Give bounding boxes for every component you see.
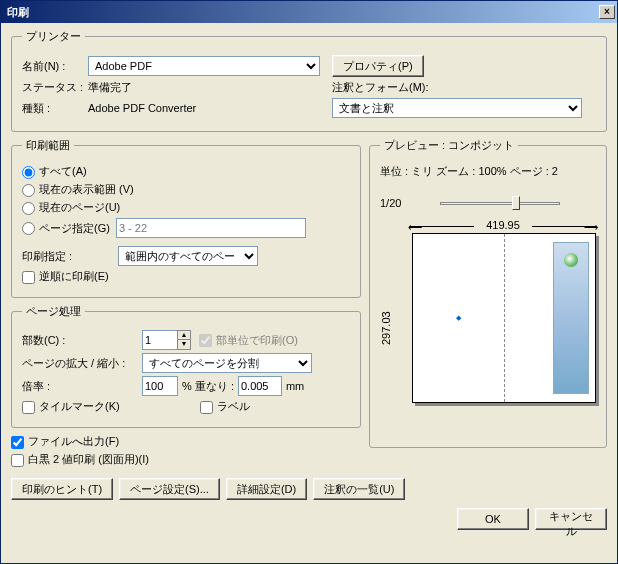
overlap-unit: mm — [286, 380, 304, 392]
ok-button[interactable]: OK — [457, 508, 529, 530]
close-icon[interactable]: × — [599, 5, 615, 19]
reverse-check[interactable]: 逆順に印刷(E) — [22, 269, 109, 284]
status-value: 準備完了 — [88, 80, 332, 95]
thumb-image — [553, 242, 589, 394]
subset-label: 印刷指定 : — [22, 249, 118, 264]
type-label: 種類 : — [22, 101, 88, 116]
title: 印刷 — [7, 5, 29, 20]
type-value: Adobe PDF Converter — [88, 102, 332, 114]
range-group: 印刷範囲 すべて(A) 現在の表示範囲 (V) 現在のページ(U) ページ指定(… — [11, 138, 361, 298]
properties-button[interactable]: プロパティ(P) — [332, 55, 424, 77]
spin-down-icon[interactable]: ▼ — [177, 340, 191, 350]
advanced-button[interactable]: 詳細設定(D) — [226, 478, 307, 500]
preview-group: プレビュー : コンポジット 単位 : ミリ ズーム : 100% ページ : … — [369, 138, 607, 448]
preview-legend: プレビュー : コンポジット — [380, 138, 518, 153]
preview-height: 297.03 — [380, 311, 392, 345]
comment-form-select[interactable]: 文書と注釈 — [332, 98, 582, 118]
cancel-button[interactable]: キャンセル — [535, 508, 607, 530]
arrow-left-icon: ⟵ — [408, 222, 422, 233]
comments-button[interactable]: 注釈の一覧(U) — [313, 478, 405, 500]
handling-legend: ページ処理 — [22, 304, 85, 319]
zoom-label: 倍率 : — [22, 379, 142, 394]
scaling-select[interactable]: すべてのページを分割 — [142, 353, 312, 373]
preview-width: 419.95 — [486, 219, 520, 231]
comment-form-label: 注釈とフォーム(M): — [332, 80, 429, 95]
brand-mark: ◆ — [456, 314, 461, 322]
label-check[interactable]: ラベル — [200, 399, 250, 414]
copies-label: 部数(C) : — [22, 333, 142, 348]
status-label: ステータス : — [22, 80, 88, 95]
printer-group: プリンター 名前(N) : Adobe PDF プロパティ(P) ステータス :… — [11, 29, 607, 132]
tilemark-check[interactable]: タイルマーク(K) — [22, 399, 120, 414]
zoom-input[interactable] — [142, 376, 178, 396]
range-current-page[interactable]: 現在のページ(U) — [22, 200, 120, 215]
range-legend: 印刷範囲 — [22, 138, 74, 153]
arrow-right-icon: ⟶ — [584, 222, 598, 233]
range-current-view[interactable]: 現在の表示範囲 (V) — [22, 182, 134, 197]
overlap-label: % 重なり : — [182, 379, 234, 394]
printer-legend: プリンター — [22, 29, 85, 44]
page-setup-button[interactable]: ページ設定(S)... — [119, 478, 220, 500]
preview-fraction: 1/20 — [380, 197, 440, 209]
spin-up-icon[interactable]: ▲ — [177, 330, 191, 340]
preview-canvas: ⟵ 419.95 ⟶ 297.03 ◆ — [380, 233, 596, 423]
print-dialog: 印刷 × プリンター 名前(N) : Adobe PDF プロパティ(P) ステ… — [0, 0, 618, 564]
printer-name-select[interactable]: Adobe PDF — [88, 56, 320, 76]
collate-check: 部単位で印刷(O) — [199, 333, 298, 348]
bw-check[interactable]: 白黒 2 値印刷 (図面用)(I) — [11, 452, 149, 467]
range-pages[interactable]: ページ指定(G) — [22, 221, 110, 236]
to-file-check[interactable]: ファイルへ出力(F) — [11, 434, 119, 449]
copies-input[interactable] — [142, 330, 178, 350]
scaling-label: ページの拡大 / 縮小 : — [22, 356, 142, 371]
zoom-slider[interactable] — [440, 193, 560, 213]
name-label: 名前(N) : — [22, 59, 88, 74]
hints-button[interactable]: 印刷のヒント(T) — [11, 478, 113, 500]
preview-units: 単位 : ミリ ズーム : 100% ページ : 2 — [380, 164, 558, 179]
subset-select[interactable]: 範囲内のすべてのペー — [118, 246, 258, 266]
handling-group: ページ処理 部数(C) : ▲ ▼ 部単位で印刷(O) ページの拡大 / 縮小 … — [11, 304, 361, 428]
titlebar: 印刷 × — [1, 1, 617, 23]
pages-input[interactable] — [116, 218, 306, 238]
range-all[interactable]: すべて(A) — [22, 164, 87, 179]
overlap-input[interactable] — [238, 376, 282, 396]
